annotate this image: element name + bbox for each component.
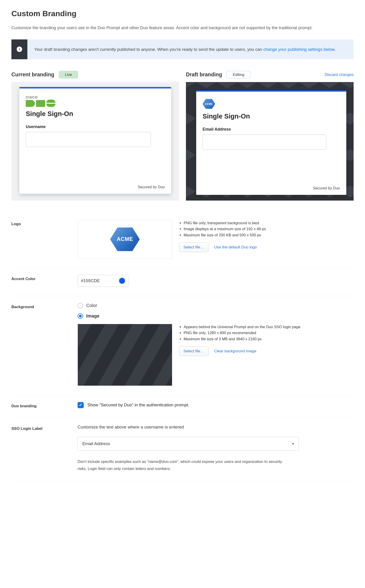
info-banner: i Your draft branding changes aren't cur… xyxy=(11,39,354,59)
background-thumbnail xyxy=(77,324,172,386)
live-prompt-card: CISCO Single Sign-On Username Secured by… xyxy=(19,87,171,194)
editing-badge: Editing xyxy=(226,71,250,78)
setting-sso-login-label: SSO Login Label Customize the text above… xyxy=(11,418,354,482)
sso-help-text: Don't include specific examples such as … xyxy=(77,458,292,472)
preview-live-title: Current branding xyxy=(11,72,54,78)
checked-checkbox-icon: ✓ xyxy=(77,402,84,408)
logo-req-3: Maximum file size of 200 KB and 500 x 50… xyxy=(184,232,354,238)
sso-login-label-title: SSO Login Label xyxy=(11,424,77,431)
discard-changes-link[interactable]: Discard changes xyxy=(325,72,354,77)
duo-branding-label: Duo branding xyxy=(11,402,77,408)
sso-desc: Customize the text above where a usernam… xyxy=(77,424,354,430)
radio-selected-icon xyxy=(77,313,83,319)
bg-clear-link[interactable]: Clear background image xyxy=(214,349,256,354)
info-icon-box: i xyxy=(11,39,27,59)
accent-color-value: #155CDE xyxy=(81,278,116,283)
live-badge: Live xyxy=(59,71,78,78)
bg-color-label: Color xyxy=(86,303,97,308)
background-label: Background xyxy=(11,303,77,309)
info-icon: i xyxy=(17,47,22,52)
cisco-text-logo: CISCO xyxy=(26,95,165,99)
draft-prompt-card: ACME Single Sign-On Email Address Secure… xyxy=(196,90,346,195)
preview-draft-title: Draft branding xyxy=(186,72,222,78)
duo-branding-text: Show “Secured by Duo” in the authenticat… xyxy=(87,403,189,408)
accent-color-input[interactable]: #155CDE xyxy=(77,275,129,287)
setting-background: Background Color Image Appears behind th… xyxy=(11,296,354,395)
sso-select[interactable]: Email Address ▾ xyxy=(77,437,299,451)
bg-req-1: Appears behind the Universal Prompt and … xyxy=(184,324,354,330)
preview-live-box: CISCO Single Sign-On Username Secured by… xyxy=(11,82,179,201)
preview-draft: Draft branding Editing Discard changes A… xyxy=(186,71,354,201)
bg-select-file-button[interactable]: Select file… xyxy=(179,346,209,356)
info-link[interactable]: change your publishing settings below xyxy=(263,47,334,52)
page-intro: Customize the branding your users see in… xyxy=(11,24,354,31)
draft-secured-by: Secured by Duo xyxy=(203,186,340,190)
setting-duo-branding: Duo branding ✓ Show “Secured by Duo” in … xyxy=(11,395,354,418)
logo-preview-box: ACME xyxy=(77,220,172,259)
sso-select-value: Email Address xyxy=(77,437,299,451)
logo-preview-icon: ACME xyxy=(110,226,140,252)
bg-radio-color[interactable]: Color xyxy=(77,303,354,308)
bg-image-label: Image xyxy=(86,313,99,319)
chevron-down-icon: ▾ xyxy=(292,442,294,445)
live-field-input xyxy=(26,132,151,147)
bg-req-2: PNG file only, 1280 x 800 px recommended xyxy=(184,330,354,336)
live-secured-by: Secured by Duo xyxy=(26,185,165,189)
draft-field-input xyxy=(203,135,326,150)
logo-reqs: PNG file only, transparent background is… xyxy=(179,220,354,238)
duo-branding-checkbox-row[interactable]: ✓ Show “Secured by Duo” in the authentic… xyxy=(77,402,189,408)
setting-accent: Accent Color #155CDE xyxy=(11,268,354,296)
bg-req-3: Maximum file size of 3 MB and 3840 x 216… xyxy=(184,336,354,342)
info-period: . xyxy=(334,47,336,52)
draft-field-label: Email Address xyxy=(203,127,340,132)
draft-sso-heading: Single Sign-On xyxy=(203,113,340,120)
acme-logo-icon: ACME xyxy=(203,98,215,109)
bg-reqs: Appears behind the Universal Prompt and … xyxy=(179,324,354,342)
duo-logo xyxy=(26,100,165,107)
bg-radio-image[interactable]: Image xyxy=(77,313,354,319)
logo-req-1: PNG file only, transparent background is… xyxy=(184,220,354,226)
radio-unselected-icon xyxy=(77,303,83,308)
logo-label: Logo xyxy=(11,220,77,226)
preview-draft-box: ACME Single Sign-On Email Address Secure… xyxy=(186,82,354,201)
info-body: Your draft branding changes aren't curre… xyxy=(27,39,342,59)
live-field-label: Username xyxy=(26,124,165,129)
accent-color-swatch-icon[interactable] xyxy=(119,277,126,284)
accent-label: Accent Color xyxy=(11,275,77,281)
page-title: Custom Branding xyxy=(11,9,354,18)
logo-default-link[interactable]: Use the default Duo logo xyxy=(214,245,257,250)
preview-live: Current branding Live CISCO Single Sign-… xyxy=(11,71,179,201)
logo-select-file-button[interactable]: Select file… xyxy=(179,242,209,252)
logo-req-2: Image displays at a maximum size of 192 … xyxy=(184,226,354,232)
setting-logo: Logo ACME PNG file only, transparent bac… xyxy=(11,213,354,268)
info-text: Your draft branding changes aren't curre… xyxy=(34,47,263,52)
live-sso-heading: Single Sign-On xyxy=(26,110,165,118)
